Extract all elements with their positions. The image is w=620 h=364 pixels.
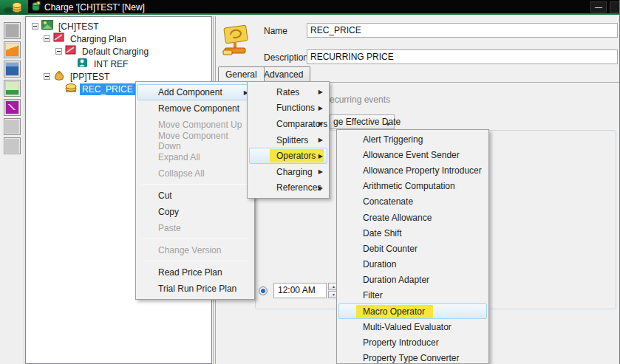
submenu-arrow-icon: ▶: [318, 137, 323, 143]
menu-separator: [142, 184, 248, 185]
tab-advanced[interactable]: Advanced: [256, 66, 310, 82]
palette-tools-button[interactable]: [4, 99, 21, 116]
database-icon: [31, 1, 41, 16]
gray-swatch-icon: [6, 24, 18, 37]
scene-icon: [6, 63, 18, 75]
menu-item-macro-operator[interactable]: Macro Operator: [338, 303, 487, 319]
palette-blue-button[interactable]: [4, 61, 21, 78]
collapse-box-icon[interactable]: [44, 73, 50, 80]
wrench-icon: [6, 101, 18, 114]
time-radio[interactable]: [259, 286, 268, 295]
recurring-events-label: ecurring events: [330, 95, 390, 105]
palette-disabled-button-1: [4, 118, 21, 135]
tree-item-default-charging[interactable]: Default Charging: [55, 45, 151, 58]
palette-image-button[interactable]: [4, 41, 21, 58]
menu-item-functions[interactable]: Functions▶: [249, 100, 327, 117]
picture-icon: [41, 20, 53, 32]
menu-item-paste: Paste: [137, 220, 253, 236]
menu-item-concatenate[interactable]: Concatenate: [338, 194, 487, 210]
menu-item-expand-all: Expand All: [137, 149, 253, 165]
menu-item-property-introducer[interactable]: Property Introducer: [338, 334, 487, 350]
minimize-button[interactable]: —: [590, 1, 607, 13]
coins-icon: [65, 83, 77, 95]
red-board-icon: [53, 32, 65, 45]
field-icon: [6, 82, 18, 95]
submenu-arrow-icon: ▶: [318, 120, 323, 127]
menu-item-move-component-down: Move Component Down: [137, 133, 253, 149]
menu-item-create-allowance[interactable]: Create Allowance: [338, 210, 487, 225]
person-icon: [77, 58, 89, 70]
highlight-marker: Macro Operator: [356, 305, 433, 318]
submenu-arrow-icon: ▶: [318, 185, 323, 191]
menu-item-debit-counter[interactable]: Debit Counter: [338, 241, 487, 256]
menu-item-duration-adapter[interactable]: Duration Adapter: [338, 272, 487, 288]
menu-item-operators[interactable]: Operators▶: [249, 148, 327, 164]
operators-submenu: Alert Triggering Allowance Event Sender …: [336, 129, 489, 364]
menu-item-cut[interactable]: Cut: [137, 188, 253, 204]
submenu-arrow-icon: ▶: [318, 168, 323, 175]
menu-item-references[interactable]: References▶: [249, 180, 327, 196]
menu-item-copy[interactable]: Copy: [137, 204, 253, 220]
menu-item-alert-triggering[interactable]: Alert Triggering: [338, 131, 487, 147]
menu-item-comparators[interactable]: Comparators▶: [249, 116, 327, 132]
menu-item-charging[interactable]: Charging▶: [249, 164, 327, 180]
menu-item-remove-component[interactable]: Remove Component: [137, 100, 253, 117]
menu-item-add-component[interactable]: Add Component▶: [137, 84, 253, 100]
effective-date-dropdown[interactable]: ge Effective Date ▼: [330, 114, 395, 129]
menu-item-allowance-property-introducer[interactable]: Allowance Property Introducer: [338, 162, 487, 178]
context-menu: Add Component▶ Remove Component Move Com…: [135, 81, 255, 300]
collapse-box-icon[interactable]: [32, 23, 38, 30]
window-title: Charge '[CH]TEST' [New]: [44, 2, 145, 13]
image-icon: [6, 44, 18, 56]
time-input[interactable]: 12:00 AM: [273, 283, 327, 298]
tree-item-charging-plan[interactable]: Charging Plan: [44, 32, 129, 45]
money-coins-icon: [3, 1, 24, 17]
palette-gray-button[interactable]: [4, 22, 21, 39]
name-input[interactable]: [307, 23, 618, 38]
tree-item-chtest[interactable]: [CH]TEST: [32, 20, 101, 32]
red-board-icon: [65, 45, 77, 58]
add-component-submenu: Rates▶ Functions▶ Comparators▶ Splitters…: [247, 81, 330, 199]
description-input[interactable]: [307, 49, 618, 64]
menu-item-collapse-all: Collapse All: [137, 165, 253, 182]
menu-item-trial-run-price-plan[interactable]: Trial Run Price Plan: [137, 281, 253, 297]
recurring-price-icon: [222, 24, 250, 59]
menu-item-property-type-converter[interactable]: Property Type Converter: [338, 351, 487, 364]
menu-item-multi-valued-evaluator[interactable]: Multi-Valued Evaluator: [338, 319, 487, 334]
menu-separator: [142, 261, 248, 261]
menu-item-change-version: Change Version: [137, 242, 253, 258]
maximize-button[interactable]: [610, 1, 620, 13]
menu-item-duration[interactable]: Duration: [338, 257, 487, 272]
menu-item-filter[interactable]: Filter: [338, 288, 487, 303]
menu-separator: [142, 238, 248, 239]
collapse-box-icon[interactable]: [44, 35, 50, 42]
tree-item-rec-price[interactable]: REC_PRICE: [55, 83, 135, 95]
tree-item-int-ref[interactable]: INT REF: [67, 58, 130, 70]
disabled-swatch-icon: [6, 140, 18, 152]
disabled-swatch-icon: [6, 120, 18, 133]
name-label: Name: [264, 26, 287, 36]
submenu-arrow-icon: ▶: [318, 105, 323, 111]
menu-item-rates[interactable]: Rates▶: [249, 84, 327, 100]
app-window: Charge '[CH]TEST' [New] — [CH]TEST Charg…: [0, 0, 620, 364]
menu-item-date-shift[interactable]: Date Shift: [338, 225, 487, 241]
tree-item-pptest[interactable]: [PP]TEST: [44, 70, 112, 83]
highlight-marker: Operators: [270, 149, 324, 162]
menu-item-arithmetic-computation[interactable]: Arithmetic Computation: [338, 179, 487, 194]
title-bar: Charge '[CH]TEST' [New] —: [0, 0, 620, 15]
description-label: Description: [264, 52, 308, 63]
palette-disabled-button-2: [4, 137, 21, 154]
collapse-box-icon[interactable]: [55, 48, 62, 55]
menu-item-allowance-event-sender[interactable]: Allowance Event Sender: [338, 147, 487, 162]
component-palette: [0, 16, 24, 364]
menu-item-read-price-plan[interactable]: Read Price Plan: [137, 264, 253, 281]
submenu-arrow-icon: ▶: [318, 89, 323, 95]
submenu-arrow-icon: ▶: [318, 153, 323, 159]
menu-item-splitters[interactable]: Splitters▶: [249, 132, 327, 148]
money-bag-icon: [53, 70, 65, 83]
palette-green-button[interactable]: [4, 80, 21, 97]
